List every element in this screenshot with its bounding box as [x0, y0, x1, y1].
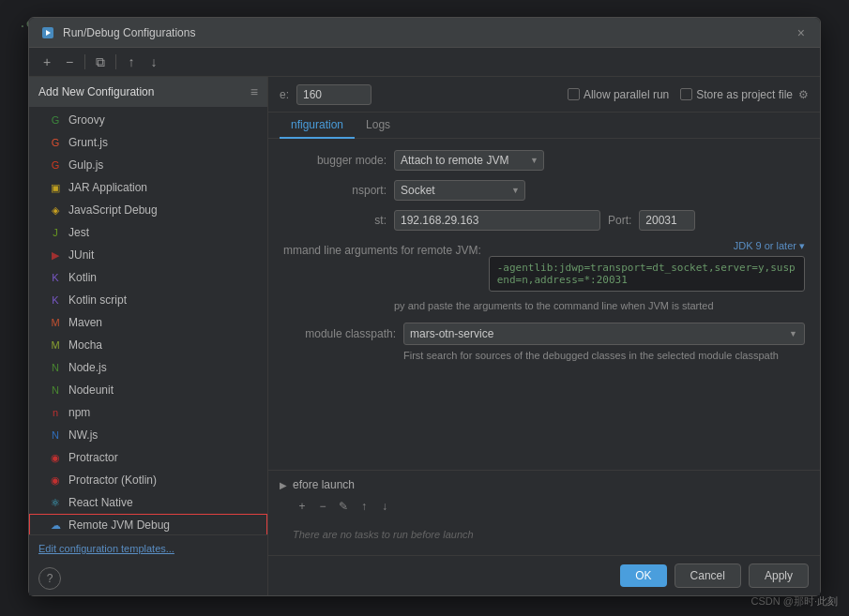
apply-button[interactable]: Apply: [749, 563, 809, 588]
move-up-button[interactable]: ↑: [121, 52, 142, 72]
list-item[interactable]: M Mocha: [29, 334, 267, 356]
allow-parallel-box[interactable]: [568, 88, 580, 100]
allow-parallel-checkbox[interactable]: Allow parallel run: [568, 88, 669, 101]
list-item-label: Kotlin script: [68, 293, 127, 307]
list-item[interactable]: K Kotlin script: [29, 289, 267, 311]
list-item-label: Gulp.js: [68, 158, 103, 172]
list-item-label: JUnit: [68, 248, 94, 262]
mocha-icon: M: [48, 338, 63, 353]
list-item-label: Node.js: [68, 361, 107, 374]
cancel-button[interactable]: Cancel: [675, 563, 741, 588]
list-item[interactable]: n npm: [29, 401, 267, 424]
add-new-configuration-bar[interactable]: Add New Configuration ≡: [29, 77, 267, 107]
list-item[interactable]: ▶ JUnit: [29, 244, 267, 266]
list-item[interactable]: ◉ Protractor: [29, 446, 267, 469]
store-as-project-row: Store as project file ⚙: [680, 88, 809, 101]
list-item-label: Protractor (Kotlin): [68, 473, 157, 487]
list-item[interactable]: ◉ Protractor (Kotlin): [29, 469, 267, 491]
nodejs-icon: N: [48, 360, 63, 375]
host-port-row: st: Port:: [283, 210, 805, 231]
list-item[interactable]: N Node.js: [29, 356, 267, 379]
protractor-icon: ◉: [48, 450, 63, 465]
list-item[interactable]: K Kotlin: [29, 266, 267, 289]
copy-config-button[interactable]: ⧉: [90, 52, 111, 72]
cmd-args-right: JDK 9 or later ▾ -agentlib:jdwp=transpor…: [489, 240, 805, 292]
dialog-overlay: Run/Debug Configurations × + − ⧉ ↑ ↓ Add…: [0, 0, 849, 616]
help-button[interactable]: ?: [38, 567, 61, 590]
config-list[interactable]: G Groovy G Grunt.js G Gulp.js: [29, 107, 267, 534]
header-options: Allow parallel run Store as project file…: [568, 88, 809, 101]
edit-templates-link[interactable]: Edit configuration templates...: [29, 534, 267, 562]
name-label: e:: [280, 88, 289, 101]
before-launch-up-button[interactable]: ↑: [355, 497, 373, 516]
name-input[interactable]: [296, 84, 371, 105]
store-as-project-box[interactable]: [680, 88, 692, 100]
ok-button[interactable]: OK: [620, 564, 666, 587]
transport-select[interactable]: Socket: [394, 180, 525, 201]
list-item[interactable]: N Nodeunit: [29, 379, 267, 401]
port-input[interactable]: [639, 210, 695, 231]
list-item[interactable]: N NW.js: [29, 424, 267, 446]
move-down-button[interactable]: ↓: [144, 52, 164, 72]
cmd-header: JDK 9 or later ▾: [489, 240, 805, 252]
tab-logs-label: Logs: [366, 118, 390, 131]
before-launch-toolbar: + − ✎ ↑ ↓: [280, 497, 809, 516]
dialog-app-icon: [40, 25, 55, 40]
list-item[interactable]: ◈ JavaScript Debug: [29, 199, 267, 221]
module-select[interactable]: mars-otn-service: [403, 323, 805, 345]
remove-config-button[interactable]: −: [59, 52, 80, 72]
list-item-label: Kotlin: [68, 271, 97, 284]
groovy-icon: G: [48, 113, 63, 128]
copy-hint-row: py and paste the arguments to the comman…: [283, 299, 805, 313]
allow-parallel-label: Allow parallel run: [584, 88, 669, 101]
list-item[interactable]: G Gulp.js: [29, 154, 267, 176]
maven-icon: M: [48, 315, 63, 330]
debugger-mode-select[interactable]: Attach to remote JVM: [394, 150, 544, 171]
close-button[interactable]: ×: [794, 24, 809, 41]
before-launch-add-button[interactable]: +: [293, 497, 311, 516]
jdk-link[interactable]: JDK 9 or later ▾: [734, 240, 805, 252]
tabs-row: nfiguration Logs: [268, 113, 820, 139]
list-item-label: Groovy: [68, 113, 105, 127]
nodeunit-icon: N: [48, 383, 63, 398]
run-debug-dialog: Run/Debug Configurations × + − ⧉ ↑ ↓ Add…: [28, 17, 821, 596]
port-label: Port:: [608, 214, 631, 227]
before-launch-remove-button[interactable]: −: [313, 497, 332, 516]
list-item[interactable]: J Jest: [29, 221, 267, 244]
before-launch-edit-button[interactable]: ✎: [334, 497, 353, 516]
toolbar-separator: [84, 54, 85, 69]
list-item-label: Maven: [68, 316, 102, 329]
cmd-args-value: -agentlib:jdwp=transport=dt_socket,serve…: [489, 256, 805, 292]
debugger-mode-select-wrapper: Attach to remote JVM: [394, 150, 544, 171]
dialog-titlebar: Run/Debug Configurations ×: [29, 18, 820, 48]
list-item[interactable]: G Groovy: [29, 109, 267, 131]
transport-label: nsport:: [283, 184, 387, 197]
before-launch-down-button[interactable]: ↓: [375, 497, 394, 516]
list-item[interactable]: M Maven: [29, 311, 267, 334]
tab-configuration[interactable]: nfiguration: [280, 113, 355, 139]
dialog-body: Add New Configuration ≡ G Groovy G Grunt…: [29, 77, 820, 595]
module-classpath-label: module classpath:: [283, 327, 396, 340]
right-header: e: Allow parallel run Store as project f…: [268, 77, 820, 113]
list-item[interactable]: G Grunt.js: [29, 131, 267, 154]
title-left: Run/Debug Configurations: [40, 25, 195, 40]
tab-logs[interactable]: Logs: [355, 113, 402, 139]
list-item-label: Mocha: [68, 338, 102, 352]
list-item[interactable]: ⚛ React Native: [29, 491, 267, 514]
list-item-label: Nodeunit: [68, 383, 114, 397]
junit-icon: ▶: [48, 248, 63, 263]
transport-select-wrapper: Socket: [394, 180, 525, 201]
host-input[interactable]: [394, 210, 600, 231]
before-launch-triangle-icon: ▶: [280, 480, 287, 490]
js-debug-icon: ◈: [48, 203, 63, 218]
list-item-jar-application[interactable]: ▣ JAR Application: [29, 176, 267, 199]
nwjs-icon: N: [48, 428, 63, 443]
copy-hint-text: py and paste the arguments to the comman…: [394, 299, 714, 313]
list-item-remote-jvm[interactable]: ☁ Remote JVM Debug: [29, 514, 267, 534]
left-panel: Add New Configuration ≡ G Groovy G Grunt…: [29, 77, 268, 595]
list-item-label: Remote JVM Debug: [68, 518, 170, 532]
remote-jvm-icon: ☁: [48, 518, 63, 533]
protractor-kotlin-icon: ◉: [48, 473, 63, 488]
add-config-button[interactable]: +: [37, 52, 57, 72]
module-select-wrapper: mars-otn-service: [403, 323, 805, 345]
